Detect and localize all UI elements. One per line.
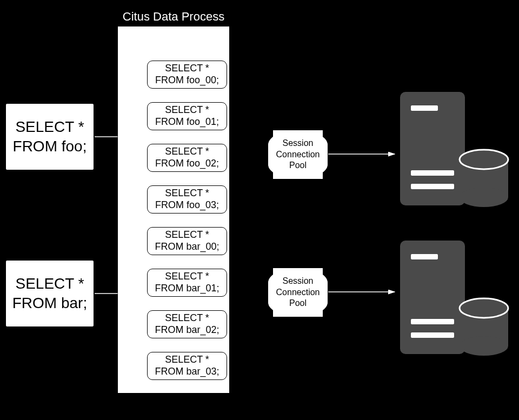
shard-bar-01: SELECT * FROM bar_01;: [147, 269, 227, 297]
diagram-canvas: Citus Data Process SELECT * FROM foo; SE…: [0, 0, 519, 420]
shard-bar-03: SELECT * FROM bar_03;: [147, 352, 227, 380]
svg-line-19: [222, 292, 273, 366]
svg-point-23: [460, 188, 508, 207]
svg-rect-24: [411, 105, 438, 111]
server-db-icon-1: [397, 89, 511, 214]
shard-bar-00: SELECT * FROM bar_00;: [147, 227, 227, 255]
pool-foo: Session Connection Pool: [268, 130, 328, 179]
shard-foo-02: SELECT * FROM foo_02;: [147, 144, 227, 172]
input-query-bar: SELECT * FROM bar;: [5, 259, 95, 328]
svg-line-12: [222, 75, 273, 154]
svg-rect-25: [411, 170, 454, 176]
svg-rect-34: [411, 332, 454, 338]
svg-point-31: [460, 336, 508, 356]
svg-rect-33: [411, 319, 454, 324]
svg-line-18: [222, 292, 273, 324]
pool-bar: Session Connection Pool: [268, 268, 328, 317]
svg-rect-26: [411, 184, 454, 189]
shard-foo-01: SELECT * FROM foo_01;: [147, 102, 227, 130]
input-query-foo: SELECT * FROM foo;: [5, 103, 95, 171]
shard-foo-00: SELECT * FROM foo_00;: [147, 61, 227, 89]
svg-line-14: [222, 154, 273, 158]
server-db-icon-2: [397, 238, 511, 362]
svg-line-13: [222, 116, 273, 154]
shard-foo-03: SELECT * FROM foo_03;: [147, 185, 227, 214]
shard-bar-02: SELECT * FROM bar_02;: [147, 310, 227, 338]
svg-line-15: [222, 154, 273, 199]
svg-rect-32: [411, 254, 438, 259]
